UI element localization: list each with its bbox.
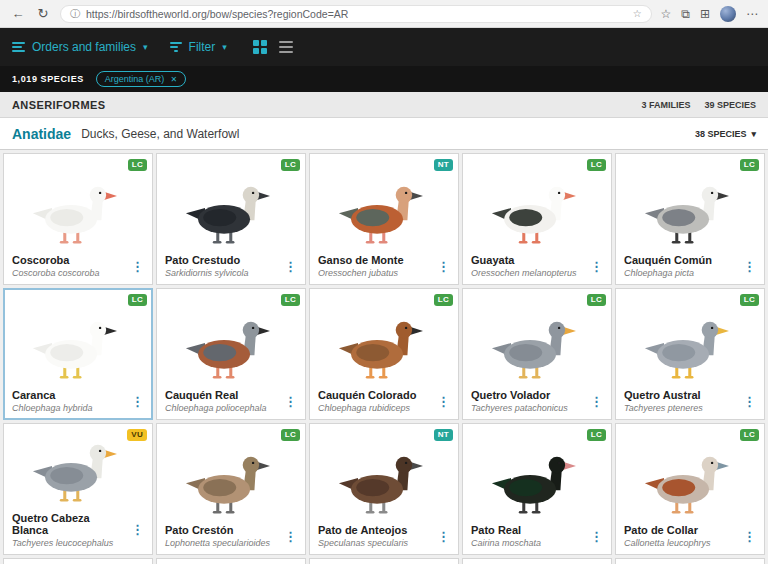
- orders-families-label: Orders and families: [32, 40, 136, 54]
- species-card[interactable]: LC Pato Real Cairina moschata ⋮: [462, 423, 612, 555]
- conservation-status-badge: LC: [740, 294, 759, 306]
- species-scientific-name: Chloephaga hybrida: [12, 403, 127, 413]
- bird-illustration-icon: [638, 178, 742, 252]
- browser-menu-icon[interactable]: ⋯: [746, 8, 758, 20]
- conservation-status-badge: NT: [434, 429, 453, 441]
- family-species-count: 38 SPECIES: [695, 129, 747, 139]
- species-count: 1,019 SPECIES: [12, 74, 84, 84]
- view-toggles: [253, 40, 293, 54]
- bird-illustration-icon: [485, 313, 589, 387]
- species-scientific-name: Coscoroba coscoroba: [12, 268, 127, 278]
- collections-icon[interactable]: ⧉: [681, 8, 690, 20]
- species-card[interactable]: LC Coscoroba Coscoroba coscoroba ⋮: [3, 153, 153, 285]
- species-card[interactable]: LC Pato Crestudo Sarkidiornis sylvicola …: [156, 153, 306, 285]
- species-card[interactable]: LC Guayata Oressochen melanopterus ⋮: [462, 153, 612, 285]
- browser-chrome: ← ↻ ⓘ https://birdsoftheworld.org/bow/sp…: [0, 0, 768, 28]
- species-scientific-name: Lophonetta specularioides: [165, 538, 280, 548]
- species-card[interactable]: LC Quetro Volador Tachyeres patachonicus…: [462, 288, 612, 420]
- species-scientific-name: Cairina moschata: [471, 538, 586, 548]
- species-name: Caranca: [12, 389, 127, 402]
- site-info-icon[interactable]: ⓘ: [70, 9, 80, 19]
- profile-avatar[interactable]: [720, 6, 736, 22]
- species-card[interactable]: NT Ganso de Monte Oressochen jubatus ⋮: [309, 153, 459, 285]
- species-card-text: Coscoroba Coscoroba coscoroba ⋮: [4, 252, 152, 284]
- region-chip-label: Argentina (AR): [105, 74, 165, 84]
- species-name: Pato de Collar: [624, 524, 739, 537]
- orders-list-icon: [12, 42, 25, 52]
- species-card-text: Cauquén Común Chloephaga picta ⋮: [616, 252, 764, 284]
- species-menu-icon[interactable]: ⋮: [127, 523, 148, 536]
- conservation-status-badge: LC: [587, 294, 606, 306]
- bird-illustration-icon: [485, 178, 589, 252]
- orders-families-dropdown[interactable]: Orders and families ▾: [12, 40, 148, 54]
- species-name: Pato Real: [471, 524, 586, 537]
- order-species-count: 39 SPECIES: [704, 100, 756, 110]
- back-icon[interactable]: ←: [10, 7, 26, 20]
- species-card[interactable]: NT Pato de Anteojos Speculanas speculari…: [309, 423, 459, 555]
- species-card-text: Quetro Cabeza Blanca Tachyeres leucoceph…: [4, 510, 152, 554]
- species-menu-icon[interactable]: ⋮: [586, 395, 607, 408]
- family-name-link[interactable]: Anatidae: [12, 126, 71, 142]
- chevron-down-icon: ▾: [143, 42, 148, 52]
- next-row-card-partial: [615, 558, 765, 564]
- next-row-card-partial: [3, 558, 153, 564]
- species-menu-icon[interactable]: ⋮: [127, 395, 148, 408]
- species-name: Coscoroba: [12, 254, 127, 267]
- grid-view-icon[interactable]: [253, 40, 267, 54]
- bird-illustration-icon: [638, 313, 742, 387]
- species-card-text: Pato Crestudo Sarkidiornis sylvicola ⋮: [157, 252, 305, 284]
- species-menu-icon[interactable]: ⋮: [586, 260, 607, 273]
- region-filter-chip[interactable]: Argentina (AR) ✕: [96, 71, 186, 87]
- species-menu-icon[interactable]: ⋮: [280, 395, 301, 408]
- species-card[interactable]: LC Caranca Chloephaga hybrida ⋮: [3, 288, 153, 420]
- conservation-status-badge: LC: [434, 294, 453, 306]
- species-card-text: Pato de Collar Callonetta leucophrys ⋮: [616, 522, 764, 554]
- family-species-count-toggle[interactable]: 38 SPECIES ▾: [695, 129, 756, 139]
- species-card[interactable]: LC Quetro Austral Tachyeres pteneres ⋮: [615, 288, 765, 420]
- remove-filter-icon[interactable]: ✕: [170, 75, 177, 84]
- refresh-icon[interactable]: ↻: [35, 7, 51, 20]
- bird-illustration-icon: [485, 448, 589, 522]
- species-menu-icon[interactable]: ⋮: [433, 530, 454, 543]
- species-menu-icon[interactable]: ⋮: [739, 395, 760, 408]
- species-card[interactable]: LC Pato Crestón Lophonetta specularioide…: [156, 423, 306, 555]
- species-card-text: Ganso de Monte Oressochen jubatus ⋮: [310, 252, 458, 284]
- species-card[interactable]: LC Cauquén Colorado Chloephaga rubidicep…: [309, 288, 459, 420]
- bird-illustration-icon: [332, 178, 436, 252]
- list-view-icon[interactable]: [279, 41, 293, 53]
- bird-illustration-icon: [179, 178, 283, 252]
- filter-dropdown[interactable]: Filter ▾: [170, 40, 227, 54]
- species-scientific-name: Chloephaga picta: [624, 268, 739, 278]
- species-menu-icon[interactable]: ⋮: [127, 260, 148, 273]
- species-menu-icon[interactable]: ⋮: [280, 260, 301, 273]
- address-bar[interactable]: ⓘ https://birdsoftheworld.org/bow/specie…: [60, 5, 652, 23]
- bird-illustration-icon: [332, 448, 436, 522]
- species-name: Quetro Volador: [471, 389, 586, 402]
- species-menu-icon[interactable]: ⋮: [433, 260, 454, 273]
- bird-illustration-icon: [179, 448, 283, 522]
- species-scientific-name: Tachyeres leucocephalus: [12, 538, 127, 548]
- conservation-status-badge: LC: [128, 294, 147, 306]
- results-bar: 1,019 SPECIES Argentina (AR) ✕: [0, 66, 768, 92]
- species-menu-icon[interactable]: ⋮: [739, 530, 760, 543]
- apps-grid-icon[interactable]: ⊞: [700, 8, 710, 20]
- species-card[interactable]: LC Pato de Collar Callonetta leucophrys …: [615, 423, 765, 555]
- bookmark-star-icon[interactable]: ☆: [633, 9, 642, 19]
- conservation-status-badge: LC: [281, 429, 300, 441]
- species-card[interactable]: VU Quetro Cabeza Blanca Tachyeres leucoc…: [3, 423, 153, 555]
- species-name: Cauquén Real: [165, 389, 280, 402]
- species-menu-icon[interactable]: ⋮: [433, 395, 454, 408]
- species-menu-icon[interactable]: ⋮: [739, 260, 760, 273]
- species-card-text: Quetro Austral Tachyeres pteneres ⋮: [616, 387, 764, 419]
- species-name: Guayata: [471, 254, 586, 267]
- species-card[interactable]: LC Cauquén Común Chloephaga picta ⋮: [615, 153, 765, 285]
- species-card[interactable]: LC Cauquén Real Chloephaga poliocephala …: [156, 288, 306, 420]
- species-menu-icon[interactable]: ⋮: [586, 530, 607, 543]
- favorites-icon[interactable]: ☆: [661, 8, 672, 20]
- chevron-down-icon: ▾: [222, 42, 227, 52]
- species-menu-icon[interactable]: ⋮: [280, 530, 301, 543]
- chevron-down-icon: ▾: [751, 129, 756, 139]
- order-header: ANSERIFORMES 3 FAMILIES 39 SPECIES: [0, 92, 768, 118]
- conservation-status-badge: LC: [281, 159, 300, 171]
- species-card-text: Cauquén Colorado Chloephaga rubidiceps ⋮: [310, 387, 458, 419]
